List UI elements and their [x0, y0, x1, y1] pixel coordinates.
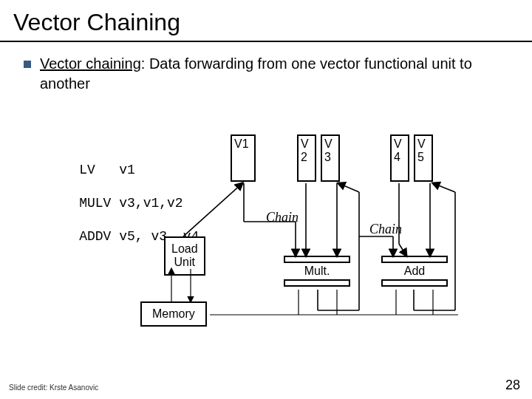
slide: Vector Chaining Vector chaining: Data fo…	[0, 0, 532, 399]
slide-credit: Slide credit: Krste Asanovic	[9, 383, 98, 392]
svg-line-9	[338, 183, 359, 192]
svg-line-13	[399, 244, 406, 256]
svg-line-18	[433, 183, 455, 192]
slide-number: 28	[505, 378, 520, 393]
wiring-svg	[0, 0, 532, 399]
svg-line-0	[183, 183, 242, 236]
